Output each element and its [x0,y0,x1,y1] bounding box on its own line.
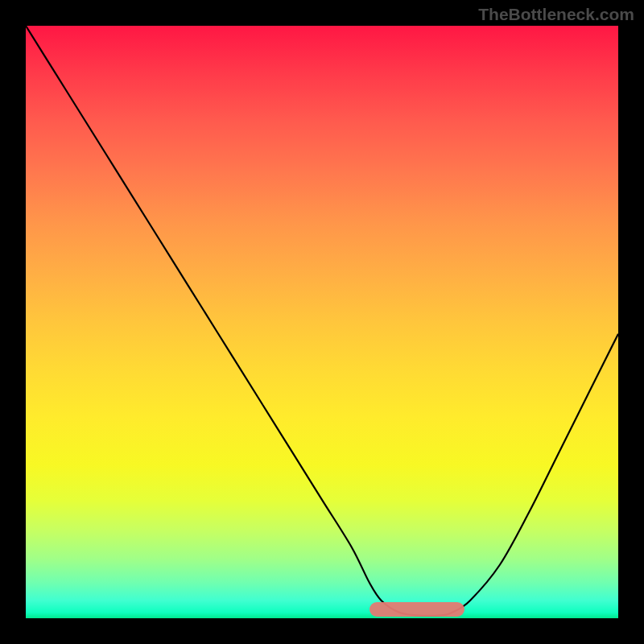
chart-container: TheBottleneck.com [0,0,644,644]
optimal-zone-marker [369,602,464,617]
watermark-text: TheBottleneck.com [478,5,634,24]
plot-area [26,26,618,618]
heatmap-gradient-background [26,26,618,618]
